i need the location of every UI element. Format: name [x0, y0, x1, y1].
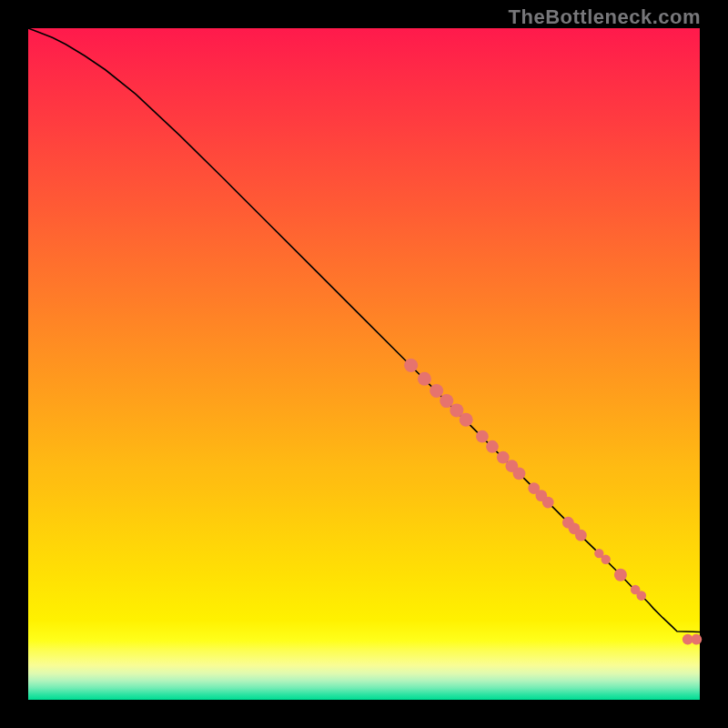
data-point — [513, 467, 526, 480]
data-point — [614, 569, 627, 581]
data-point — [691, 634, 702, 645]
dots-layer — [404, 359, 702, 644]
main-curve — [28, 28, 700, 632]
chart-svg — [28, 28, 700, 700]
data-point — [440, 394, 453, 408]
data-point — [476, 430, 489, 443]
plot-area — [28, 28, 700, 700]
data-point — [404, 359, 418, 372]
curve-layer — [28, 28, 700, 632]
data-point — [430, 384, 443, 398]
data-point — [460, 413, 473, 427]
data-point — [575, 530, 587, 541]
watermark-text: TheBottleneck.com — [509, 5, 701, 29]
stage: TheBottleneck.com — [0, 0, 728, 728]
data-point — [601, 555, 610, 564]
data-point — [486, 440, 499, 453]
data-point — [636, 591, 646, 601]
data-point — [542, 497, 554, 509]
data-point — [418, 372, 431, 386]
